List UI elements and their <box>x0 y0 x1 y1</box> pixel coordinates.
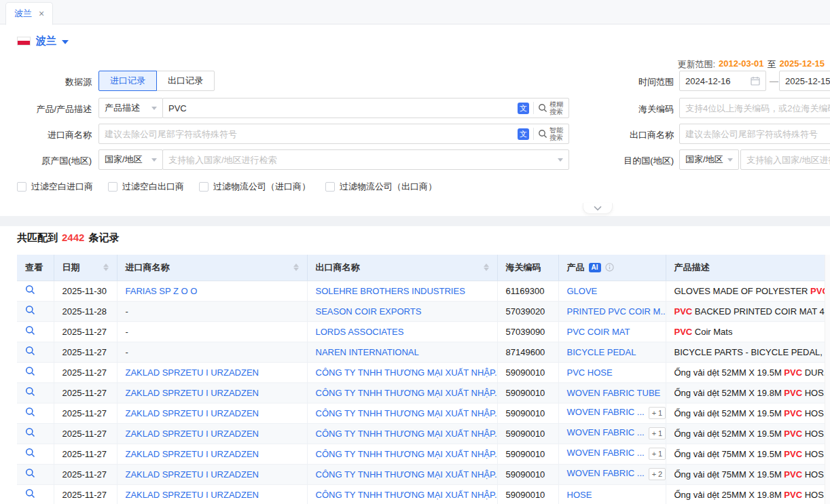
calendar-icon[interactable] <box>751 76 760 86</box>
product-search-input[interactable] <box>168 103 513 113</box>
col-header-exporter[interactable]: 出口商名称 <box>307 255 497 281</box>
country-name[interactable]: 波兰 <box>36 35 56 48</box>
table-header-row: 查看 日期 进口商名称 出口商名称 海关编码 产品AI 产品描述 <box>17 255 830 281</box>
view-details-button[interactable] <box>25 346 35 356</box>
import-records-button[interactable]: 进口记录 <box>98 71 157 91</box>
product-link[interactable]: PVC COIR MAT <box>567 327 630 337</box>
product-link[interactable]: BICYCLE PEDAL <box>567 347 636 357</box>
filter-blank-exporter-checkbox[interactable]: 过滤空白出口商 <box>108 181 184 193</box>
filter-blank-importer-checkbox[interactable]: 过滤空白进口商 <box>17 181 93 193</box>
product-link[interactable]: WOVEN FABRIC ... <box>567 407 645 417</box>
importer-link[interactable]: ZAKLAD SPRZETU I URZADZEN <box>126 429 259 439</box>
view-details-button[interactable] <box>25 448 35 458</box>
col-header-importer[interactable]: 进口商名称 <box>117 255 307 281</box>
chevron-down-icon[interactable] <box>62 40 69 44</box>
exporter-search-input[interactable] <box>685 129 830 139</box>
exporter-link[interactable]: SEASON COIR EXPORTS <box>316 306 422 317</box>
date-to-input[interactable] <box>785 76 830 86</box>
view-details-button[interactable] <box>25 488 35 499</box>
product-link[interactable]: WOVEN FABRIC ... <box>567 448 645 458</box>
importer-link[interactable]: ZAKLAD SPRZETU I URZADZEN <box>126 367 259 378</box>
importer-link[interactable]: ZAKLAD SPRZETU I URZADZEN <box>126 490 259 500</box>
origin-country-input[interactable] <box>168 155 554 165</box>
importer-link[interactable]: ZAKLAD SPRZETU I URZADZEN <box>126 469 259 480</box>
smart-search-button[interactable]: 智能 搜索 <box>538 126 563 141</box>
col-header-date[interactable]: 日期 <box>54 255 117 281</box>
tab-poland[interactable]: 波兰 × <box>5 2 53 25</box>
product-link[interactable]: WOVEN FABRIC ... <box>567 427 645 437</box>
product-link[interactable]: WOVEN FABRIC ... <box>567 468 645 478</box>
view-details-button[interactable] <box>25 325 35 336</box>
magnifier-icon <box>25 386 35 397</box>
checkbox-icon[interactable] <box>17 182 26 192</box>
exporter-link[interactable]: CÔNG TY TNHH THƯƠNG MẠI XUẤT NHẬP... <box>316 367 498 378</box>
exporter-link[interactable]: CÔNG TY TNHH THƯƠNG MẠI XUẤT NHẬP... <box>316 429 498 439</box>
destination-country-label: 目的国(地区) <box>619 155 674 167</box>
magnifier-icon <box>25 488 35 499</box>
sort-icon[interactable] <box>484 264 489 271</box>
exporter-link[interactable]: CÔNG TY TNHH THƯƠNG MẠI XUẤT NHẬP... <box>316 408 498 418</box>
product-more-badge[interactable]: + 1 <box>649 427 666 439</box>
exporter-link[interactable]: CÔNG TY TNHH THƯƠNG MẠI XUẤT NHẬP... <box>316 449 498 459</box>
export-records-button[interactable]: 出口记录 <box>156 71 215 91</box>
importer-link[interactable]: - <box>126 347 128 357</box>
view-details-button[interactable] <box>25 468 35 478</box>
hs-code-input[interactable] <box>685 103 830 113</box>
importer-link[interactable]: ZAKLAD SPRZETU I URZADZEN <box>126 449 259 459</box>
row-product-desc: Ống vải dệt 75MM X 19.5M PVC HOS... <box>666 444 830 464</box>
product-link[interactable]: HOSE <box>567 490 592 500</box>
product-more-badge[interactable]: + 1 <box>649 407 666 419</box>
vertical-scrollbar[interactable] <box>825 255 830 504</box>
destination-type-select[interactable]: 国家/地区 <box>679 149 739 170</box>
product-more-badge[interactable]: + 1 <box>649 448 666 460</box>
importer-link[interactable]: - <box>126 327 128 337</box>
product-type-select[interactable]: 产品描述 <box>98 98 163 118</box>
view-details-button[interactable] <box>25 366 35 376</box>
exporter-link[interactable]: CÔNG TY TNHH THƯƠNG MẠI XUẤT NHẬP... <box>316 490 498 500</box>
view-details-button[interactable] <box>25 427 35 437</box>
view-details-button[interactable] <box>25 407 35 417</box>
product-link[interactable]: PVC HOSE <box>567 367 613 378</box>
update-range: 更新范围: 2012-03-01 至 2025-12-15 <box>677 58 825 71</box>
filter-logistics-importer-checkbox[interactable]: 过滤物流公司（进口商） <box>199 181 310 193</box>
product-link[interactable]: GLOVE <box>567 286 598 296</box>
exporter-link[interactable]: NAREN INTERNATIONAL <box>316 347 419 357</box>
checkbox-icon[interactable] <box>108 182 118 192</box>
product-link[interactable]: WOVEN FABRIC TUBE <box>567 388 661 398</box>
sort-icon[interactable] <box>103 264 109 271</box>
importer-link[interactable]: - <box>126 306 128 317</box>
checkbox-icon[interactable] <box>199 182 209 192</box>
row-product-desc: Ống vải dệt 52MM X 19.5M PVC HOS... <box>666 403 830 423</box>
info-icon[interactable] <box>605 263 614 272</box>
exporter-link[interactable]: CÔNG TY TNHH THƯƠNG MẠI XUẤT NHẬP... <box>316 469 498 480</box>
sort-icon[interactable] <box>293 264 299 271</box>
origin-type-select[interactable]: 国家/地区 <box>98 149 163 170</box>
exporter-link[interactable]: SOLEHRE BROTHERS INDUSTRIES <box>316 286 465 296</box>
origin-type-select-value: 国家/地区 <box>105 154 143 166</box>
importer-search-input[interactable] <box>105 129 513 139</box>
row-hs-code: 57039090 <box>497 321 558 342</box>
product-link[interactable]: PRINTED PVC COIR M... <box>567 306 666 317</box>
checkbox-label: 过滤物流公司（进口商） <box>213 181 310 193</box>
exporter-link[interactable]: CÔNG TY TNHH THƯƠNG MẠI XUẤT NHẬP... <box>316 388 498 398</box>
view-details-button[interactable] <box>25 386 35 397</box>
translate-icon[interactable]: 文 <box>518 128 529 140</box>
table-row: 2025-11-30 FARIAS SP Z O O SOLEHRE BROTH… <box>17 281 830 301</box>
filter-logistics-exporter-checkbox[interactable]: 过滤物流公司（出口商） <box>325 181 437 193</box>
date-from-input[interactable] <box>685 76 746 86</box>
exporter-link[interactable]: LORDS ASSOCIATES <box>316 327 404 337</box>
translate-icon[interactable]: 文 <box>518 103 529 114</box>
view-details-button[interactable] <box>25 285 35 295</box>
importer-link[interactable]: FARIAS SP Z O O <box>126 286 198 296</box>
checkbox-icon[interactable] <box>325 182 335 192</box>
hs-code-label: 海关编码 <box>619 103 674 115</box>
tab-close-icon[interactable]: × <box>39 9 44 18</box>
row-hs-code: 59090010 <box>497 423 558 444</box>
collapse-form-button[interactable] <box>583 203 613 214</box>
fuzzy-search-button[interactable]: 模糊 搜索 <box>538 101 563 115</box>
view-details-button[interactable] <box>25 305 35 315</box>
destination-country-input[interactable] <box>746 155 830 165</box>
importer-link[interactable]: ZAKLAD SPRZETU I URZADZEN <box>126 408 259 418</box>
product-more-badge[interactable]: + 2 <box>649 468 666 480</box>
importer-link[interactable]: ZAKLAD SPRZETU I URZADZEN <box>126 388 259 398</box>
